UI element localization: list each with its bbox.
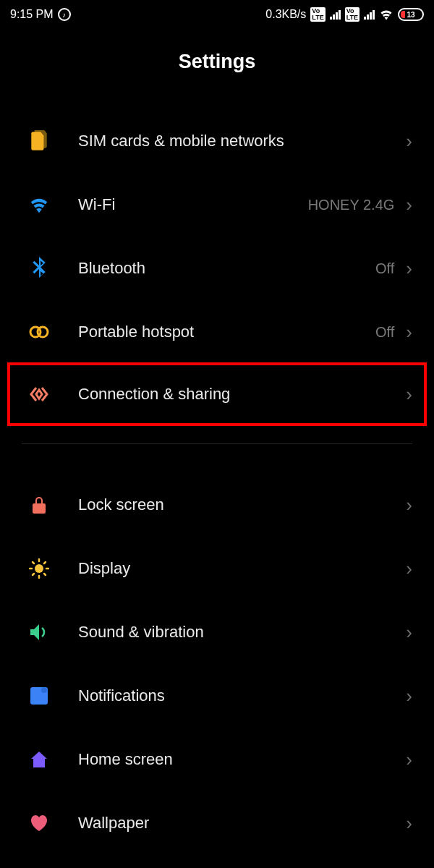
notifications-icon (26, 686, 52, 705)
wifi-icon (26, 196, 52, 213)
row-value: Off (375, 324, 394, 341)
row-label: Wallpaper (78, 814, 406, 833)
status-right: 0.3KB/s VoLTE VoLTE 13 (265, 7, 424, 22)
row-display[interactable]: Display › (4, 537, 430, 600)
svg-point-1 (38, 327, 48, 337)
status-time: 9:15 PM (10, 8, 54, 21)
chevron-right-icon: › (406, 558, 412, 580)
chevron-right-icon: › (406, 383, 412, 406)
sun-icon (26, 558, 52, 579)
svg-line-10 (44, 562, 46, 563)
row-value: Off (375, 260, 394, 277)
chevron-right-icon: › (406, 685, 412, 707)
svg-point-2 (35, 564, 43, 573)
page-title: Settings (0, 51, 434, 73)
section-divider (22, 443, 412, 444)
row-label: Portable hotspot (78, 323, 375, 341)
music-icon (58, 8, 71, 21)
row-bluetooth[interactable]: Bluetooth Off › (4, 237, 430, 300)
row-label: Wi-Fi (78, 195, 308, 214)
row-notifications[interactable]: Notifications › (4, 664, 430, 728)
row-label: Notifications (78, 686, 406, 705)
row-connection-sharing[interactable]: Connection & sharing › (9, 364, 425, 425)
row-label: Sound & vibration (78, 623, 406, 642)
hotspot-icon (26, 323, 52, 341)
row-home-screen[interactable]: Home screen › (4, 728, 430, 791)
battery-pct: 13 (407, 11, 414, 19)
svg-line-9 (33, 574, 34, 575)
chevron-right-icon: › (406, 621, 412, 644)
signal-icon-2 (364, 10, 375, 20)
chevron-right-icon: › (406, 749, 412, 771)
sim-icon (26, 130, 52, 152)
chevron-right-icon: › (406, 194, 412, 216)
row-label: Home screen (78, 750, 406, 769)
row-wifi[interactable]: Wi-Fi HONEY 2.4G › (4, 173, 430, 237)
battery-icon: 13 (398, 8, 424, 21)
row-sim-cards[interactable]: SIM cards & mobile networks › (4, 109, 430, 173)
row-sound[interactable]: Sound & vibration › (4, 600, 430, 664)
status-bar: 9:15 PM 0.3KB/s VoLTE VoLTE 13 (0, 0, 434, 29)
row-label: Connection & sharing (78, 385, 406, 404)
row-label: SIM cards & mobile networks (78, 132, 406, 150)
wifi-status-icon (379, 9, 393, 20)
svg-line-8 (44, 574, 46, 575)
lock-icon (26, 495, 52, 515)
chevron-right-icon: › (406, 812, 412, 835)
volte-badge-1: VoLTE (310, 7, 325, 22)
home-icon (26, 750, 52, 769)
wallpaper-icon (26, 814, 52, 833)
row-wallpaper[interactable]: Wallpaper › (4, 791, 430, 855)
status-left: 9:15 PM (10, 8, 71, 21)
speaker-icon (26, 623, 52, 642)
signal-icon-1 (330, 10, 341, 20)
chevron-right-icon: › (406, 494, 412, 516)
row-label: Bluetooth (78, 259, 375, 278)
row-label: Display (78, 559, 406, 578)
row-hotspot[interactable]: Portable hotspot Off › (4, 300, 430, 364)
network-speed: 0.3KB/s (265, 8, 306, 21)
settings-list: SIM cards & mobile networks › Wi-Fi HONE… (0, 109, 434, 855)
chevron-right-icon: › (406, 321, 412, 344)
connection-icon (26, 385, 52, 404)
chevron-right-icon: › (406, 130, 412, 153)
row-lock-screen[interactable]: Lock screen › (4, 473, 430, 537)
row-value: HONEY 2.4G (308, 197, 395, 213)
volte-badge-2: VoLTE (345, 7, 359, 22)
chevron-right-icon: › (406, 258, 412, 280)
svg-point-12 (41, 687, 47, 693)
svg-line-7 (33, 562, 34, 563)
bluetooth-icon (26, 257, 52, 280)
row-label: Lock screen (78, 495, 406, 514)
